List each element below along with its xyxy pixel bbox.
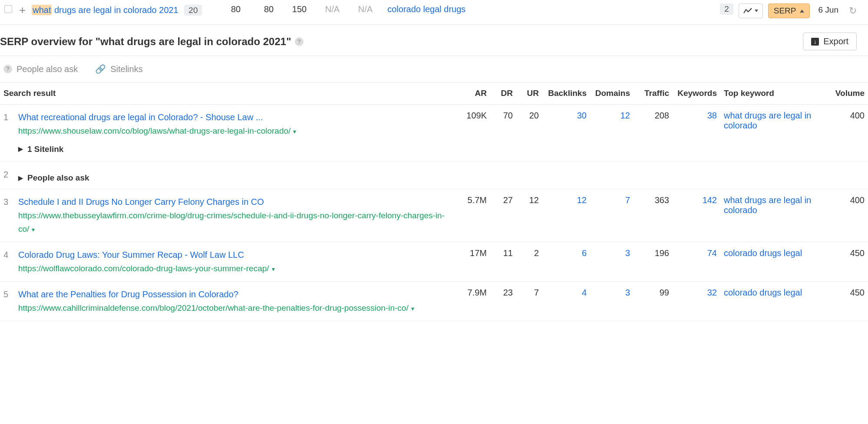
result-title[interactable]: Schedule I and II Drugs No Longer Carry … <box>18 197 264 207</box>
col-traffic[interactable]: Traffic <box>634 82 673 105</box>
section-title: SERP overview for "what drugs are legal … <box>0 36 291 48</box>
backlinks-cell[interactable]: 4 <box>542 282 590 321</box>
metric-2: 80 <box>243 3 274 14</box>
traffic-cell: 363 <box>634 189 673 242</box>
keyword-cell[interactable]: what drugs are legal in colorado 2021 20 <box>32 3 208 17</box>
keywords-cell[interactable]: 142 <box>673 189 720 242</box>
keywords-cell[interactable]: 74 <box>673 242 720 282</box>
rank-cell: 4 <box>0 242 15 282</box>
people-also-ask-expander[interactable]: ▶People also ask <box>18 173 865 183</box>
backlinks-cell[interactable]: 30 <box>542 105 590 162</box>
metric-1: 80 <box>210 3 241 14</box>
keyword-highlight: what <box>32 5 52 15</box>
kd-badge: 20 <box>184 5 202 16</box>
result-cell: Colorado Drug Laws: Your Summer Recap - … <box>15 242 455 282</box>
top-keyword-cell[interactable]: colorado drugs legal <box>720 282 829 321</box>
keywords-cell[interactable]: 32 <box>673 282 720 321</box>
metric-3: 150 <box>276 3 307 14</box>
col-search-result[interactable]: Search result <box>0 82 455 105</box>
trend-icon <box>743 8 752 14</box>
result-title[interactable]: Colorado Drug Laws: Your Summer Recap - … <box>18 250 244 260</box>
domains-cell[interactable]: 3 <box>590 282 634 321</box>
serp-results-table: Search result AR DR UR Backlinks Domains… <box>0 82 868 321</box>
metric-4: N/A <box>309 3 340 14</box>
export-label: Export <box>823 36 848 46</box>
col-ar[interactable]: AR <box>455 82 490 105</box>
add-keyword-button[interactable]: + <box>19 4 26 16</box>
paa-label: People also ask <box>27 173 89 183</box>
col-dr[interactable]: DR <box>490 82 516 105</box>
ar-cell: 7.9M <box>455 282 490 321</box>
col-domains[interactable]: Domains <box>590 82 634 105</box>
serp-overview-header: SERP overview for "what drugs are legal … <box>0 25 868 56</box>
link-icon: 🔗 <box>95 64 106 74</box>
download-icon: ↓ <box>811 38 819 46</box>
col-top-keyword[interactable]: Top keyword <box>720 82 829 105</box>
parent-topic[interactable]: colorado legal drugs <box>375 3 558 14</box>
metric-5: N/A <box>342 3 373 14</box>
result-url[interactable]: https://wolflawcolorado.com/colorado-dru… <box>18 264 275 273</box>
table-row: 2▶People also ask <box>0 162 868 189</box>
dr-cell: 70 <box>490 105 516 162</box>
table-row: 1What recreational drugs are legal in Co… <box>0 105 868 162</box>
help-icon[interactable]: ? <box>295 37 304 46</box>
table-row: 4Colorado Drug Laws: Your Summer Recap -… <box>0 242 868 282</box>
refresh-button[interactable]: ↻ <box>849 3 857 16</box>
top-keyword-cell[interactable]: what drugs are legal in colorado <box>720 189 829 242</box>
feature-people-also-ask: ? People also ask <box>0 64 78 74</box>
domains-cell[interactable]: 7 <box>590 189 634 242</box>
dr-cell: 11 <box>490 242 516 282</box>
feature-sitelinks: 🔗 Sitelinks <box>95 64 142 74</box>
feature-paa-label: People also ask <box>17 64 78 74</box>
triangle-right-icon: ▶ <box>18 145 23 154</box>
keyword-rest: drugs are legal in colorado 2021 <box>52 5 178 15</box>
paa-cell: ▶People also ask <box>15 162 868 189</box>
rank-cell: 3 <box>0 189 15 242</box>
ar-cell: 17M <box>455 242 490 282</box>
sitelink-expander[interactable]: ▶1 Sitelink <box>18 143 452 155</box>
ur-cell: 12 <box>516 189 542 242</box>
serp-toggle-button[interactable]: SERP <box>768 3 810 18</box>
table-row: 5What are the Penalties for Drug Possess… <box>0 282 868 321</box>
result-url[interactable]: https://www.cahillcriminaldefense.com/bl… <box>18 303 414 312</box>
trend-dropdown[interactable] <box>739 3 763 18</box>
table-header-row: Search result AR DR UR Backlinks Domains… <box>0 82 868 105</box>
traffic-cell: 99 <box>634 282 673 321</box>
volume-cell: 400 <box>829 189 868 242</box>
result-url[interactable]: https://www.thebusseylawfirm.com/crime-b… <box>18 211 445 233</box>
result-title[interactable]: What recreational drugs are legal in Col… <box>18 112 263 122</box>
col-ur[interactable]: UR <box>516 82 542 105</box>
result-cell: What recreational drugs are legal in Col… <box>15 105 455 162</box>
row-checkbox[interactable] <box>4 5 12 13</box>
ur-cell: 20 <box>516 105 542 162</box>
dr-cell: 27 <box>490 189 516 242</box>
col-backlinks[interactable]: Backlinks <box>542 82 590 105</box>
col-keywords[interactable]: Keywords <box>673 82 720 105</box>
rank-cell: 2 <box>0 162 15 189</box>
volume-cell: 450 <box>829 242 868 282</box>
result-cell: What are the Penalties for Drug Possessi… <box>15 282 455 321</box>
col-volume[interactable]: Volume <box>829 82 868 105</box>
traffic-cell: 208 <box>634 105 673 162</box>
keywords-cell[interactable]: 38 <box>673 105 720 162</box>
volume-cell: 450 <box>829 282 868 321</box>
question-icon: ? <box>3 65 12 73</box>
top-keyword-cell[interactable]: what drugs are legal in colorado <box>720 105 829 162</box>
top-keyword-cell[interactable]: colorado drugs legal <box>720 242 829 282</box>
domains-cell[interactable]: 12 <box>590 105 634 162</box>
result-url[interactable]: https://www.shouselaw.com/co/blog/laws/w… <box>18 126 296 135</box>
feature-sitelinks-label: Sitelinks <box>110 64 142 74</box>
backlinks-cell[interactable]: 12 <box>542 189 590 242</box>
result-cell: Schedule I and II Drugs No Longer Carry … <box>15 189 455 242</box>
domains-cell[interactable]: 3 <box>590 242 634 282</box>
result-title[interactable]: What are the Penalties for Drug Possessi… <box>18 289 238 299</box>
rank-cell: 1 <box>0 105 15 162</box>
backlinks-cell[interactable]: 6 <box>542 242 590 282</box>
triangle-right-icon: ▶ <box>18 174 23 181</box>
rank-cell: 5 <box>0 282 15 321</box>
export-button[interactable]: ↓ Export <box>803 33 857 50</box>
ar-cell: 5.7M <box>455 189 490 242</box>
serp-features-row: ? People also ask 🔗 Sitelinks <box>0 56 868 82</box>
traffic-cell: 196 <box>634 242 673 282</box>
serp-date: 6 Jun <box>818 3 838 15</box>
